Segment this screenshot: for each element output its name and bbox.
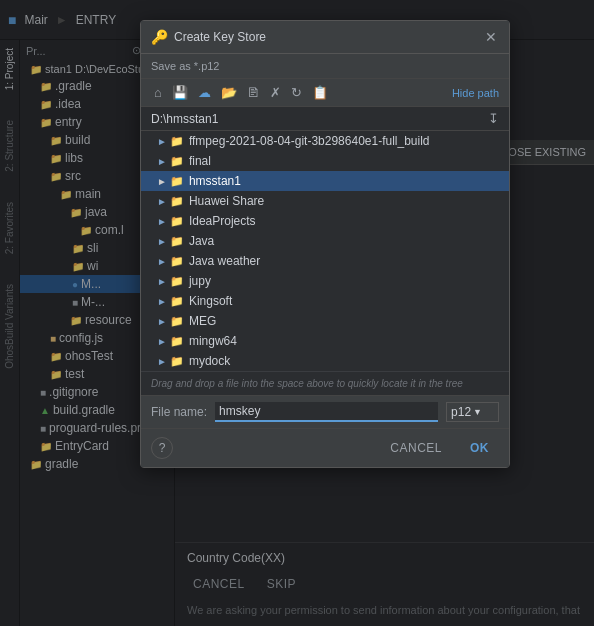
dialog-bottom-bar: ? CANCEL OK — [141, 428, 509, 467]
toolbar-home-btn[interactable]: ⌂ — [151, 83, 165, 102]
folder-icon-kingsoft: 📁 — [170, 295, 184, 308]
dialog-keystore: 🔑 Create Key Store ✕ Save as *.p12 ⌂ 💾 ☁… — [140, 20, 510, 468]
dialog-file-tree: ► 📁 ffmpeg-2021-08-04-git-3b298640e1-ful… — [141, 131, 509, 371]
dialog-filename-row: File name: p12 ▼ — [141, 395, 509, 428]
current-path: D:\hmsstan1 — [151, 112, 218, 126]
tree-row-javaweather[interactable]: ► 📁 Java weather — [141, 251, 509, 271]
toolbar-delete-btn[interactable]: ✗ — [267, 83, 284, 102]
cancel-button[interactable]: CANCEL — [380, 437, 452, 459]
hide-path-button[interactable]: Hide path — [452, 87, 499, 99]
keystore-icon: 🔑 — [151, 29, 168, 45]
tree-row-mingw64[interactable]: ► 📁 mingw64 — [141, 331, 509, 351]
folder-icon-ffmpeg: 📁 — [170, 135, 184, 148]
tree-row-huawei[interactable]: ► 📁 Huawei Share — [141, 191, 509, 211]
tree-row-java[interactable]: ► 📁 Java — [141, 231, 509, 251]
folder-icon-java: 📁 — [170, 235, 184, 248]
toolbar-newfolder-btn[interactable]: 📂 — [218, 83, 240, 102]
tree-row-jupy[interactable]: ► 📁 jupy — [141, 271, 509, 291]
folder-icon-jupy: 📁 — [170, 275, 184, 288]
folder-icon-meg: 📁 — [170, 315, 184, 328]
drag-drop-hint: Drag and drop a file into the space abov… — [141, 371, 509, 395]
save-as-label: Save as *.p12 — [151, 60, 220, 72]
dialog-close-button[interactable]: ✕ — [483, 29, 499, 45]
toolbar-newfile-btn[interactable]: 🖹 — [244, 83, 263, 102]
tree-row-ffmpeg[interactable]: ► 📁 ffmpeg-2021-08-04-git-3b298640e1-ful… — [141, 131, 509, 151]
folder-icon-mingw64: 📁 — [170, 335, 184, 348]
dialog-title-left: 🔑 Create Key Store — [151, 29, 266, 45]
folder-icon-huawei: 📁 — [170, 195, 184, 208]
toolbar-copy-btn[interactable]: 📋 — [309, 83, 331, 102]
folder-icon-mydock: 📁 — [170, 355, 184, 368]
extension-value: p12 — [451, 405, 471, 419]
chevron-down-icon: ▼ — [473, 407, 482, 417]
filename-label: File name: — [151, 405, 207, 419]
help-button[interactable]: ? — [151, 437, 173, 459]
dialog-path-bar: D:\hmsstan1 ↧ — [141, 107, 509, 131]
folder-icon-hmsstan1: 📁 — [170, 175, 184, 188]
tree-row-final[interactable]: ► 📁 final — [141, 151, 509, 171]
dialog-action-buttons: CANCEL OK — [380, 437, 499, 459]
folder-icon-final: 📁 — [170, 155, 184, 168]
dialog-titlebar: 🔑 Create Key Store ✕ — [141, 21, 509, 54]
download-icon-btn[interactable]: ↧ — [488, 111, 499, 126]
toolbar-floppy-btn[interactable]: 💾 — [169, 83, 191, 102]
folder-icon-idea: 📁 — [170, 215, 184, 228]
filename-input[interactable] — [215, 402, 438, 422]
extension-dropdown[interactable]: p12 ▼ — [446, 402, 499, 422]
toolbar-refresh-btn[interactable]: ↻ — [288, 83, 305, 102]
folder-icon-javaweather: 📁 — [170, 255, 184, 268]
tree-row-kingsoft[interactable]: ► 📁 Kingsoft — [141, 291, 509, 311]
tree-row-hmsstan1[interactable]: ► 📁 hmsstan1 — [141, 171, 509, 191]
dialog-saveas: Save as *.p12 — [141, 54, 509, 79]
ok-button[interactable]: OK — [460, 437, 499, 459]
tree-row-mydock[interactable]: ► 📁 mydock — [141, 351, 509, 371]
tree-row-meg[interactable]: ► 📁 MEG — [141, 311, 509, 331]
tree-row-idea[interactable]: ► 📁 IdeaProjects — [141, 211, 509, 231]
dialog-title: Create Key Store — [174, 30, 266, 44]
dialog-toolbar: ⌂ 💾 ☁ 📂 🖹 ✗ ↻ 📋 Hide path — [141, 79, 509, 107]
toolbar-cloud-btn[interactable]: ☁ — [195, 83, 214, 102]
